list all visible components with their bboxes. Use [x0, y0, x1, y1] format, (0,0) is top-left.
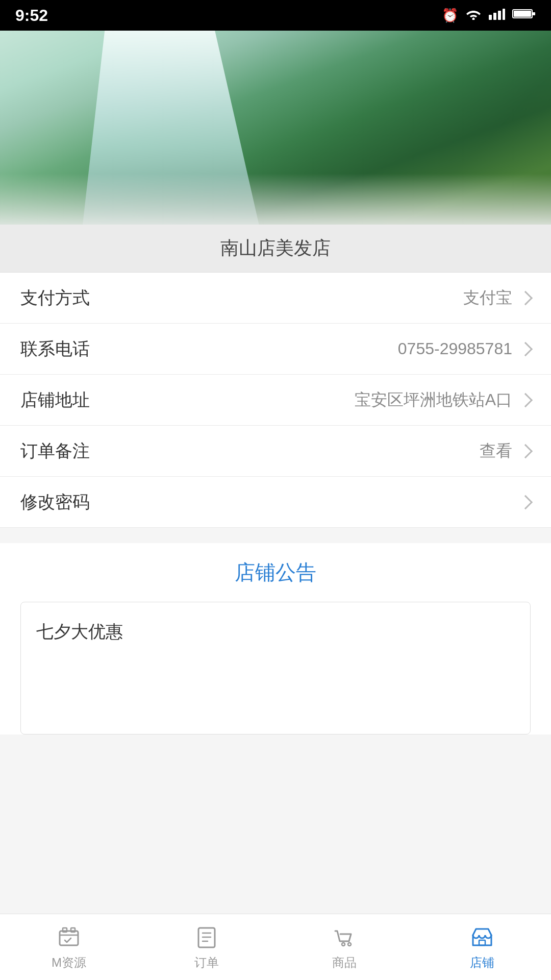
change-password-value-area [512, 497, 531, 507]
svg-point-13 [348, 943, 351, 946]
tab-orders[interactable]: 订单 [138, 914, 276, 980]
tab-products-label: 商品 [332, 954, 357, 971]
order-note-label: 订单备注 [20, 439, 90, 463]
payment-method-row[interactable]: 支付方式 支付宝 [0, 273, 551, 324]
payment-method-chevron-icon [518, 290, 533, 305]
svg-rect-10 [71, 928, 75, 932]
payment-method-label: 支付方式 [20, 286, 90, 310]
store-icon [469, 924, 495, 950]
products-icon [331, 924, 358, 950]
store-name-bar: 南山店美发店 [0, 225, 551, 273]
section-gap [0, 528, 551, 543]
signal-icon [489, 8, 505, 23]
svg-rect-6 [514, 11, 531, 17]
announcement-text: 七夕大优惠 [36, 622, 123, 641]
announcement-section: 店铺公告 七夕大优惠 [0, 543, 551, 734]
change-password-chevron-icon [518, 495, 533, 509]
phone-value-area: 0755-29985781 [398, 339, 531, 358]
battery-icon [512, 8, 536, 23]
payment-method-value: 支付宝 [463, 287, 512, 309]
svg-rect-4 [503, 9, 505, 20]
announcement-box[interactable]: 七夕大优惠 [20, 602, 531, 734]
svg-point-0 [472, 17, 475, 20]
payment-method-value-area: 支付宝 [463, 287, 531, 309]
store-name: 南山店美发店 [220, 237, 331, 258]
svg-point-12 [342, 943, 345, 946]
tab-orders-label: 订单 [194, 954, 219, 971]
settings-list: 支付方式 支付宝 联系电话 0755-29985781 店铺地址 宝安区坪洲地铁… [0, 273, 551, 528]
order-note-chevron-icon [518, 444, 533, 458]
change-password-row[interactable]: 修改密码 [0, 477, 551, 528]
order-note-value: 查看 [480, 440, 512, 462]
svg-rect-1 [489, 15, 492, 20]
status-bar: 9:52 ⏰ [0, 0, 551, 31]
order-note-row[interactable]: 订单备注 查看 [0, 426, 551, 477]
change-password-label: 修改密码 [20, 491, 90, 514]
tab-m-resources-label: M资源 [52, 954, 86, 971]
status-icons: ⏰ [442, 8, 536, 23]
tab-store-label: 店铺 [470, 954, 494, 971]
tab-products[interactable]: 商品 [276, 914, 413, 980]
hero-overlay [0, 174, 551, 225]
address-value-area: 宝安区坪洲地铁站A口 [355, 389, 531, 411]
status-time: 9:52 [15, 6, 48, 25]
tab-m-resources[interactable]: M资源 [0, 914, 138, 980]
phone-value: 0755-29985781 [398, 339, 512, 358]
address-value: 宝安区坪洲地铁站A口 [355, 389, 512, 411]
svg-rect-3 [498, 11, 501, 20]
phone-label: 联系电话 [20, 337, 90, 361]
orders-icon [193, 924, 220, 950]
m-resources-icon [56, 924, 82, 950]
hero-image [0, 31, 551, 225]
tab-store[interactable]: 店铺 [413, 914, 551, 980]
address-row[interactable]: 店铺地址 宝安区坪洲地铁站A口 [0, 375, 551, 426]
clock-icon: ⏰ [442, 8, 458, 23]
svg-rect-2 [493, 13, 496, 20]
address-label: 店铺地址 [20, 388, 90, 412]
tab-bar: M资源 订单 商品 [0, 914, 551, 980]
address-chevron-icon [518, 393, 533, 407]
svg-rect-7 [533, 12, 535, 15]
order-note-value-area: 查看 [480, 440, 531, 462]
wifi-icon [465, 8, 482, 23]
phone-row[interactable]: 联系电话 0755-29985781 [0, 324, 551, 375]
phone-chevron-icon [518, 341, 533, 356]
svg-rect-9 [63, 928, 67, 932]
announcement-title: 店铺公告 [0, 543, 551, 597]
svg-rect-8 [60, 931, 78, 945]
